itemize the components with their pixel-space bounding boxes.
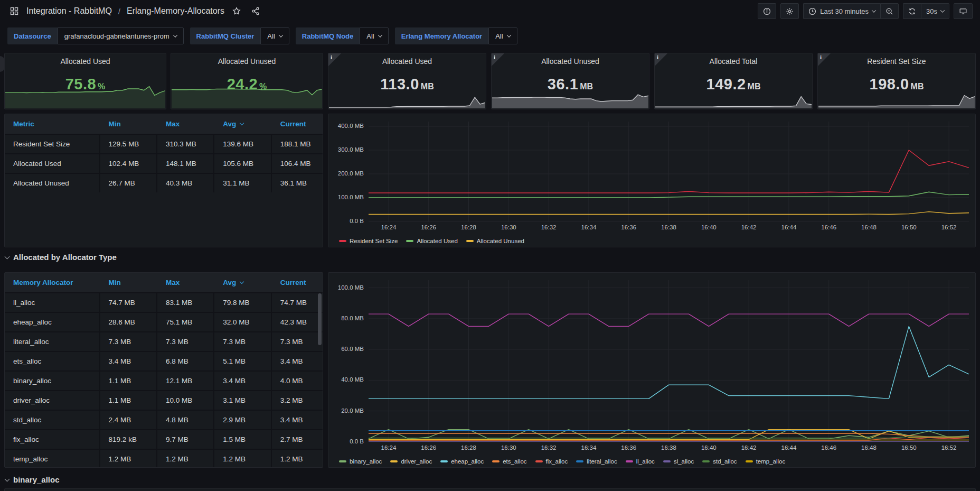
table-row: ets_alloc3.4 MB6.8 MB5.1 MB3.4 MB	[5, 351, 323, 370]
column-header[interactable]: Metric	[5, 120, 100, 128]
table-row: binary_alloc1.1 MB12.1 MB3.4 MB4.0 MB	[5, 370, 323, 390]
chart-plot-area[interactable]: 0.0 B100.0 MB200.0 MB300.0 MB400.0 MB16:…	[328, 114, 975, 236]
legend-item[interactable]: Allocated Used	[406, 238, 457, 244]
table-scrollbar[interactable]	[318, 293, 322, 466]
legend-label: ets_alloc	[503, 458, 526, 465]
legend-item[interactable]: eheap_alloc	[440, 458, 484, 465]
column-header[interactable]: Avg	[214, 279, 271, 286]
column-header[interactable]: Max	[157, 279, 214, 286]
table-cell: ets_alloc	[5, 352, 100, 370]
legend-item[interactable]: binary_alloc	[339, 458, 382, 465]
panel-title[interactable]: Allocated Unused	[492, 53, 649, 66]
legend-item[interactable]: Allocated Unused	[466, 238, 524, 244]
legend-item[interactable]: temp_alloc	[746, 458, 786, 465]
sparkline	[5, 85, 165, 108]
table-cell: 1.1 MB	[100, 391, 157, 410]
legend-item[interactable]: driver_alloc	[390, 458, 432, 465]
zoom-out-button[interactable]	[880, 3, 899, 19]
section-title: binary_alloc	[13, 475, 60, 484]
variable-label-cluster: RabbitMQ Cluster	[190, 27, 261, 44]
column-header[interactable]: Avg	[214, 120, 271, 128]
table-cell: 7.3 MB	[100, 332, 157, 351]
allocators-chart[interactable]: 0.0 B20.0 MB40.0 MB60.0 MB80.0 MB100.0 M…	[328, 273, 975, 467]
chevron-down-icon	[5, 476, 10, 481]
legend-item[interactable]: sl_alloc	[663, 458, 694, 465]
variable-value-datasource[interactable]: grafanacloud-gabrielantunes-prom	[58, 27, 184, 44]
panel-info-button[interactable]	[758, 3, 776, 19]
section-row-binary-alloc[interactable]: binary_alloc	[5, 475, 60, 484]
panel-title[interactable]: Allocated Used	[5, 53, 166, 66]
legend-item[interactable]: std_alloc	[702, 458, 737, 465]
legend-item[interactable]: ets_alloc	[492, 458, 526, 465]
svg-text:200.0 MB: 200.0 MB	[338, 170, 364, 177]
overview-chart[interactable]: 0.0 B100.0 MB200.0 MB300.0 MB400.0 MB16:…	[328, 114, 975, 247]
section-row-allocated-by-allocator-type[interactable]: Allocated by Allocator Type	[5, 253, 117, 262]
table-cell: 102.4 MB	[100, 154, 157, 173]
table-cell: 31.1 MB	[214, 174, 271, 192]
svg-text:16:30: 16:30	[501, 444, 516, 451]
table-cell: 3.4 MB	[100, 352, 157, 370]
table-cell: 32.0 MB	[214, 313, 271, 331]
variable-value-allocator[interactable]: All	[488, 27, 517, 44]
refresh-button[interactable]	[903, 3, 921, 19]
apps-grid-icon[interactable]	[7, 4, 21, 18]
legend-swatch	[339, 460, 346, 462]
chart-plot-area[interactable]: 0.0 B20.0 MB40.0 MB60.0 MB80.0 MB100.0 M…	[328, 273, 975, 457]
variable-value-cluster[interactable]: All	[260, 27, 289, 44]
breadcrumb-root[interactable]: Integration - RabbitMQ	[26, 6, 112, 16]
star-icon[interactable]	[230, 4, 243, 18]
legend-swatch	[746, 460, 753, 462]
legend-label: driver_alloc	[401, 458, 432, 465]
sort-desc-icon	[240, 121, 244, 125]
variable-value-node[interactable]: All	[360, 27, 388, 44]
allocator-table: Memory AllocatorMinMaxAvgCurrentll_alloc…	[5, 273, 323, 467]
legend-item[interactable]: literal_alloc	[576, 458, 617, 465]
svg-text:0.0 B: 0.0 B	[350, 218, 364, 224]
time-range-picker[interactable]: Last 30 minutes	[803, 3, 880, 19]
legend-label: Allocated Unused	[477, 238, 524, 244]
table-cell: 3.4 MB	[272, 352, 323, 370]
allocators-chart-panel: 0.0 B20.0 MB40.0 MB60.0 MB80.0 MB100.0 M…	[328, 272, 976, 468]
table-cell: temp_alloc	[5, 450, 100, 467]
breadcrumb-current[interactable]: Erlang-Memory-Allocators	[127, 6, 224, 16]
table-cell: 3.2 MB	[272, 391, 323, 410]
legend-item[interactable]: Resident Set Size	[339, 238, 398, 244]
table-header-row: Memory AllocatorMinMaxAvgCurrent	[5, 273, 323, 292]
table-row: Allocated Unused26.7 MB40.3 MB31.1 MB36.…	[5, 173, 323, 192]
svg-text:400.0 MB: 400.0 MB	[338, 123, 364, 129]
variable-label-node: RabbitMQ Node	[296, 27, 360, 44]
table-cell: binary_alloc	[5, 372, 100, 390]
refresh-interval-picker[interactable]: 30s	[921, 3, 949, 19]
table-cell: 9.7 MB	[157, 430, 214, 449]
stat-panel-allocated-unused-pct: Allocated Unused 24.2%	[171, 53, 323, 109]
svg-text:300.0 MB: 300.0 MB	[338, 146, 364, 153]
panel-title[interactable]: Allocated Used	[328, 53, 486, 66]
share-icon[interactable]	[249, 4, 262, 18]
legend-item[interactable]: ll_alloc	[626, 458, 655, 465]
panel-title[interactable]: Allocated Unused	[171, 53, 323, 66]
column-header[interactable]: Current	[272, 279, 323, 286]
column-header[interactable]: Current	[272, 120, 323, 128]
column-header[interactable]: Min	[100, 279, 157, 286]
sort-desc-icon	[240, 280, 244, 284]
panel-title[interactable]: Allocated Total	[655, 53, 812, 66]
stat-panel-allocated-total: i Allocated Total 149.2MB	[654, 53, 813, 109]
column-header[interactable]: Max	[157, 120, 214, 128]
dashboard-settings-button[interactable]	[780, 3, 799, 19]
column-header[interactable]: Min	[100, 120, 157, 128]
table-cell: 1.5 MB	[214, 430, 271, 449]
cycle-view-button[interactable]	[954, 3, 973, 19]
table-cell: 4.8 MB	[157, 411, 214, 429]
svg-text:16:46: 16:46	[821, 444, 836, 451]
variable-label-datasource: Datasource	[7, 27, 58, 44]
legend-item[interactable]: fix_alloc	[535, 458, 568, 465]
info-icon: i	[494, 54, 495, 60]
panel-title[interactable]: Resident Set Size	[818, 53, 975, 66]
allocator-table-panel: Memory AllocatorMinMaxAvgCurrentll_alloc…	[4, 272, 323, 468]
table-cell: 106.4 MB	[272, 154, 323, 173]
stat-panel-resident-set-size: i Resident Set Size 198.0MB	[817, 53, 976, 109]
svg-text:16:48: 16:48	[861, 444, 877, 451]
column-header[interactable]: Memory Allocator	[5, 279, 100, 286]
scrollbar-thumb[interactable]	[318, 293, 322, 345]
table-cell: 79.8 MB	[214, 293, 271, 312]
